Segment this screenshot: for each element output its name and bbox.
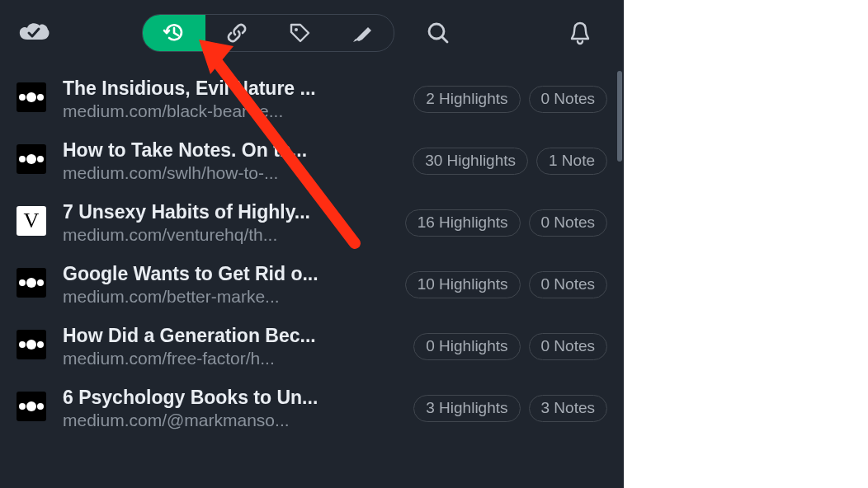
- item-text: Google Wants to Get Rid o... medium.com/…: [63, 263, 405, 307]
- highlights-badge[interactable]: 2 Highlights: [413, 86, 520, 113]
- list-item[interactable]: V 7 Unsexy Habits of Highly... medium.co…: [0, 193, 624, 255]
- highlights-badge[interactable]: 3 Highlights: [413, 395, 520, 422]
- link-tab[interactable]: [205, 14, 268, 52]
- item-title: How to Take Notes. On th...: [63, 139, 343, 162]
- list-item[interactable]: How to Take Notes. On th... medium.com/s…: [0, 131, 624, 193]
- item-text: How Did a Generation Bec... medium.com/f…: [63, 325, 413, 368]
- item-badges: 3 Highlights 3 Notes: [413, 395, 607, 422]
- site-favicon: [17, 268, 46, 298]
- item-text: The Insidious, Evil Nature ... medium.co…: [63, 77, 413, 121]
- search-button[interactable]: [419, 14, 457, 52]
- bell-icon: [568, 20, 592, 46]
- list-item[interactable]: Google Wants to Get Rid o... medium.com/…: [0, 255, 624, 317]
- svg-point-0: [295, 28, 298, 31]
- site-favicon: V: [17, 206, 46, 236]
- notes-badge[interactable]: 3 Notes: [529, 395, 607, 422]
- scrollbar-thumb[interactable]: [617, 71, 622, 162]
- item-badges: 2 Highlights 0 Notes: [413, 86, 607, 113]
- site-favicon: [17, 330, 46, 359]
- item-text: 6 Psychology Books to Un... medium.com/@…: [63, 387, 413, 430]
- article-list: The Insidious, Evil Nature ... medium.co…: [0, 66, 624, 440]
- tag-tab[interactable]: [268, 14, 331, 52]
- item-badges: 30 Highlights 1 Note: [413, 148, 607, 175]
- notes-badge[interactable]: 0 Notes: [529, 86, 607, 113]
- list-item[interactable]: How Did a Generation Bec... medium.com/f…: [0, 317, 624, 378]
- site-favicon: [17, 144, 46, 174]
- highlights-badge[interactable]: 10 Highlights: [405, 271, 521, 298]
- notes-badge[interactable]: 1 Note: [536, 148, 607, 175]
- item-badges: 0 Highlights 0 Notes: [413, 333, 607, 360]
- item-title: 6 Psychology Books to Un...: [63, 387, 343, 409]
- cloud-check-icon: [17, 21, 50, 45]
- highlighter-icon: [350, 21, 375, 45]
- item-title: How Did a Generation Bec...: [63, 325, 343, 347]
- item-title: The Insidious, Evil Nature ...: [63, 77, 343, 100]
- item-title: Google Wants to Get Rid o...: [63, 263, 343, 285]
- item-url: medium.com/black-bear-re...: [63, 101, 318, 121]
- list-item[interactable]: The Insidious, Evil Nature ... medium.co…: [0, 69, 624, 131]
- site-favicon: [17, 392, 46, 421]
- item-url: medium.com/@markmanso...: [63, 411, 318, 430]
- filter-toolbar: [142, 14, 394, 52]
- history-icon: [162, 21, 186, 45]
- notes-badge[interactable]: 0 Notes: [529, 271, 607, 298]
- tag-icon: [287, 21, 312, 45]
- item-badges: 10 Highlights 0 Notes: [405, 271, 607, 298]
- item-badges: 16 Highlights 0 Notes: [405, 209, 607, 237]
- notes-badge[interactable]: 0 Notes: [529, 333, 607, 360]
- item-url: medium.com/venturehq/th...: [63, 225, 318, 245]
- item-url: medium.com/better-marke...: [63, 287, 318, 307]
- notes-badge[interactable]: 0 Notes: [529, 209, 607, 237]
- item-text: 7 Unsexy Habits of Highly... medium.com/…: [63, 201, 405, 245]
- search-icon: [426, 21, 451, 45]
- history-tab[interactable]: [143, 14, 205, 52]
- list-item[interactable]: 6 Psychology Books to Un... medium.com/@…: [0, 378, 624, 440]
- item-url: medium.com/free-factor/h...: [63, 349, 318, 368]
- highlights-badge[interactable]: 16 Highlights: [405, 209, 521, 237]
- item-title: 7 Unsexy Habits of Highly...: [63, 201, 343, 223]
- sync-button[interactable]: [17, 21, 51, 45]
- highlights-badge[interactable]: 30 Highlights: [413, 148, 528, 175]
- item-text: How to Take Notes. On th... medium.com/s…: [63, 139, 413, 183]
- item-url: medium.com/swlh/how-to-...: [63, 163, 318, 183]
- highlighter-tab[interactable]: [331, 14, 394, 52]
- highlights-badge[interactable]: 0 Highlights: [413, 333, 520, 360]
- top-toolbar: [0, 0, 624, 66]
- link-icon: [224, 21, 249, 45]
- notifications-button[interactable]: [561, 14, 599, 52]
- site-favicon: [17, 82, 46, 112]
